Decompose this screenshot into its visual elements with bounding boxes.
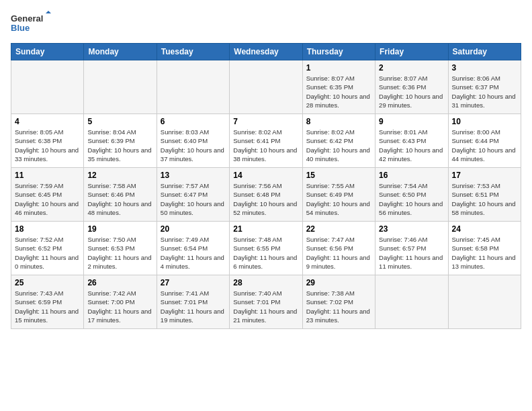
- calendar-day-cell: 5 Sunrise: 8:04 AM Sunset: 6:39 PM Dayli…: [84, 114, 157, 168]
- calendar-day-cell: 17 Sunrise: 7:53 AM Sunset: 6:51 PM Dayl…: [448, 168, 521, 222]
- logo-svg: General Blue: [11, 11, 51, 35]
- calendar-day-cell: 15 Sunrise: 7:55 AM Sunset: 6:49 PM Dayl…: [302, 168, 375, 222]
- calendar-day-cell: 16 Sunrise: 7:54 AM Sunset: 6:50 PM Dayl…: [375, 168, 448, 222]
- calendar-day-cell: 10 Sunrise: 8:00 AM Sunset: 6:44 PM Dayl…: [448, 114, 521, 168]
- calendar-day-cell: [230, 60, 302, 114]
- day-number: 22: [306, 224, 371, 234]
- calendar-day-cell: 19 Sunrise: 7:50 AM Sunset: 6:53 PM Dayl…: [84, 222, 157, 275]
- day-info: Sunrise: 7:38 AM Sunset: 7:02 PM Dayligh…: [306, 289, 371, 324]
- calendar-day-cell: 25 Sunrise: 7:43 AM Sunset: 6:59 PM Dayl…: [11, 275, 84, 329]
- day-info: Sunrise: 7:49 AM Sunset: 6:54 PM Dayligh…: [161, 235, 226, 271]
- day-info: Sunrise: 7:43 AM Sunset: 6:59 PM Dayligh…: [15, 289, 80, 324]
- day-number: 25: [15, 278, 80, 287]
- day-info: Sunrise: 7:57 AM Sunset: 6:47 PM Dayligh…: [161, 181, 226, 217]
- calendar-day-cell: 20 Sunrise: 7:49 AM Sunset: 6:54 PM Dayl…: [157, 222, 229, 275]
- calendar-day-cell: 18 Sunrise: 7:52 AM Sunset: 6:52 PM Dayl…: [11, 222, 84, 275]
- day-info: Sunrise: 7:48 AM Sunset: 6:55 PM Dayligh…: [233, 235, 298, 271]
- day-number: 23: [379, 224, 444, 234]
- calendar-table: SundayMondayTuesdayWednesdayThursdayFrid…: [11, 43, 521, 329]
- weekday-header-cell: Friday: [375, 44, 448, 60]
- day-number: 16: [379, 171, 444, 180]
- day-info: Sunrise: 8:07 AM Sunset: 6:35 PM Dayligh…: [306, 74, 371, 109]
- day-info: Sunrise: 7:47 AM Sunset: 6:56 PM Dayligh…: [306, 235, 371, 271]
- calendar-day-cell: 8 Sunrise: 8:02 AM Sunset: 6:42 PM Dayli…: [302, 114, 375, 168]
- day-number: 17: [452, 171, 517, 180]
- calendar-day-cell: 6 Sunrise: 8:03 AM Sunset: 6:40 PM Dayli…: [157, 114, 229, 168]
- svg-text:Blue: Blue: [11, 23, 30, 33]
- weekday-header-cell: Wednesday: [230, 44, 302, 60]
- day-number: 10: [452, 117, 517, 126]
- day-info: Sunrise: 8:06 AM Sunset: 6:37 PM Dayligh…: [452, 74, 517, 109]
- day-number: 8: [306, 117, 371, 126]
- calendar-day-cell: 1 Sunrise: 8:07 AM Sunset: 6:35 PM Dayli…: [302, 60, 375, 114]
- day-number: 20: [161, 224, 226, 234]
- calendar-day-cell: 27 Sunrise: 7:41 AM Sunset: 7:01 PM Dayl…: [157, 275, 229, 329]
- calendar-day-cell: 2 Sunrise: 8:07 AM Sunset: 6:36 PM Dayli…: [375, 60, 448, 114]
- weekday-header-cell: Tuesday: [157, 44, 229, 60]
- calendar-week-row: 11 Sunrise: 7:59 AM Sunset: 6:45 PM Dayl…: [11, 168, 521, 222]
- calendar-day-cell: 23 Sunrise: 7:46 AM Sunset: 6:57 PM Dayl…: [375, 222, 448, 275]
- calendar-day-cell: 14 Sunrise: 7:56 AM Sunset: 6:48 PM Dayl…: [230, 168, 302, 222]
- calendar-day-cell: [157, 60, 229, 114]
- calendar-day-cell: 22 Sunrise: 7:47 AM Sunset: 6:56 PM Dayl…: [302, 222, 375, 275]
- day-info: Sunrise: 7:54 AM Sunset: 6:50 PM Dayligh…: [379, 181, 444, 217]
- weekday-header-row: SundayMondayTuesdayWednesdayThursdayFrid…: [11, 44, 521, 60]
- day-number: 24: [452, 224, 517, 234]
- day-info: Sunrise: 8:04 AM Sunset: 6:39 PM Dayligh…: [87, 128, 152, 163]
- calendar-day-cell: 12 Sunrise: 7:58 AM Sunset: 6:46 PM Dayl…: [84, 168, 157, 222]
- day-info: Sunrise: 8:03 AM Sunset: 6:40 PM Dayligh…: [161, 128, 226, 163]
- day-number: 4: [15, 117, 80, 126]
- calendar-week-row: 4 Sunrise: 8:05 AM Sunset: 6:38 PM Dayli…: [11, 114, 521, 168]
- day-info: Sunrise: 8:05 AM Sunset: 6:38 PM Dayligh…: [15, 128, 80, 163]
- weekday-header-cell: Monday: [84, 44, 157, 60]
- day-info: Sunrise: 7:46 AM Sunset: 6:57 PM Dayligh…: [379, 235, 444, 271]
- svg-text:General: General: [11, 13, 43, 24]
- calendar-day-cell: 9 Sunrise: 8:01 AM Sunset: 6:43 PM Dayli…: [375, 114, 448, 168]
- calendar-week-row: 1 Sunrise: 8:07 AM Sunset: 6:35 PM Dayli…: [11, 60, 521, 114]
- day-number: 19: [87, 224, 152, 234]
- weekday-header-cell: Thursday: [302, 44, 375, 60]
- calendar-day-cell: 4 Sunrise: 8:05 AM Sunset: 6:38 PM Dayli…: [11, 114, 84, 168]
- day-number: 21: [233, 224, 298, 234]
- calendar-day-cell: [448, 275, 521, 329]
- day-info: Sunrise: 7:55 AM Sunset: 6:49 PM Dayligh…: [306, 181, 371, 217]
- day-number: 27: [161, 278, 226, 287]
- day-info: Sunrise: 8:01 AM Sunset: 6:43 PM Dayligh…: [379, 128, 444, 163]
- calendar-day-cell: 3 Sunrise: 8:06 AM Sunset: 6:37 PM Dayli…: [448, 60, 521, 114]
- logo: General Blue: [11, 11, 51, 35]
- day-number: 9: [379, 117, 444, 126]
- calendar-week-row: 25 Sunrise: 7:43 AM Sunset: 6:59 PM Dayl…: [11, 275, 521, 329]
- weekday-header-cell: Saturday: [448, 44, 521, 60]
- calendar-day-cell: 13 Sunrise: 7:57 AM Sunset: 6:47 PM Dayl…: [157, 168, 229, 222]
- day-info: Sunrise: 8:00 AM Sunset: 6:44 PM Dayligh…: [452, 128, 517, 163]
- day-info: Sunrise: 8:02 AM Sunset: 6:41 PM Dayligh…: [233, 128, 298, 163]
- calendar-day-cell: [84, 60, 157, 114]
- day-info: Sunrise: 7:50 AM Sunset: 6:53 PM Dayligh…: [87, 235, 152, 271]
- day-number: 11: [15, 171, 80, 180]
- day-number: 26: [87, 278, 152, 287]
- calendar-day-cell: [375, 275, 448, 329]
- calendar-day-cell: 29 Sunrise: 7:38 AM Sunset: 7:02 PM Dayl…: [302, 275, 375, 329]
- day-number: 1: [306, 63, 371, 73]
- day-info: Sunrise: 7:59 AM Sunset: 6:45 PM Dayligh…: [15, 181, 80, 217]
- calendar-body: 1 Sunrise: 8:07 AM Sunset: 6:35 PM Dayli…: [11, 60, 521, 329]
- calendar-day-cell: 21 Sunrise: 7:48 AM Sunset: 6:55 PM Dayl…: [230, 222, 302, 275]
- day-number: 7: [233, 117, 298, 126]
- svg-marker-2: [46, 11, 51, 13]
- day-number: 5: [87, 117, 152, 126]
- day-number: 29: [306, 278, 371, 287]
- day-info: Sunrise: 7:52 AM Sunset: 6:52 PM Dayligh…: [15, 235, 80, 271]
- calendar-day-cell: 11 Sunrise: 7:59 AM Sunset: 6:45 PM Dayl…: [11, 168, 84, 222]
- day-number: 14: [233, 171, 298, 180]
- day-info: Sunrise: 7:56 AM Sunset: 6:48 PM Dayligh…: [233, 181, 298, 217]
- day-number: 6: [161, 117, 226, 126]
- page-header: General Blue: [11, 11, 521, 35]
- day-number: 15: [306, 171, 371, 180]
- day-info: Sunrise: 8:02 AM Sunset: 6:42 PM Dayligh…: [306, 128, 371, 163]
- calendar-week-row: 18 Sunrise: 7:52 AM Sunset: 6:52 PM Dayl…: [11, 222, 521, 275]
- day-number: 3: [452, 63, 517, 73]
- day-number: 13: [161, 171, 226, 180]
- day-info: Sunrise: 7:42 AM Sunset: 7:00 PM Dayligh…: [87, 289, 152, 324]
- day-info: Sunrise: 7:40 AM Sunset: 7:01 PM Dayligh…: [233, 289, 298, 324]
- weekday-header-cell: Sunday: [11, 44, 84, 60]
